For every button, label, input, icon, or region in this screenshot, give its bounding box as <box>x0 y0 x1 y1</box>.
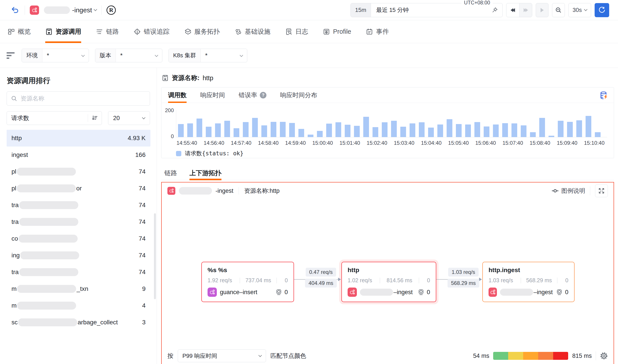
nav-tab-topology[interactable]: 服务拓扑 <box>184 20 220 43</box>
metric-tab[interactable]: 错误率 ? <box>239 88 266 103</box>
bar <box>289 123 295 137</box>
resource-list-item[interactable]: pl 74 <box>7 163 151 180</box>
bar <box>224 121 230 137</box>
query-data-icon[interactable] <box>599 91 608 101</box>
resource-list-item[interactable]: tra 74 <box>7 264 151 281</box>
resource-count: 4.93 K <box>128 135 146 142</box>
by-label: 按 <box>167 352 173 360</box>
x-tick-label: 15:00:40 <box>312 140 333 146</box>
chevron-down-icon <box>142 116 146 119</box>
resource-list-item[interactable]: tra 74 <box>7 213 151 230</box>
metric-tab[interactable]: 响应时间 <box>200 88 225 103</box>
nav-tab-overview[interactable]: 概览 <box>8 20 31 43</box>
resource-name-value: http <box>203 75 213 82</box>
node-metrics: 1.92 req/s 737.04 ms 0 <box>207 277 288 284</box>
resource-list-item[interactable]: http 4.93 K <box>7 130 151 146</box>
filter-bar: 环境 * 版本 * K8s 集群 * <box>0 43 618 68</box>
legend-explain-button[interactable]: 图例说明 <box>552 187 585 195</box>
x-axis-labels: 14:55:4014:56:4014:57:4014:58:4014:59:40… <box>176 139 607 146</box>
guance-logo-icon <box>30 5 39 15</box>
main-nav: 概览 资源调用 链路 错误追踪 服务拓扑 基础设施 日志 Profile 事件 <box>0 20 618 43</box>
app-switcher[interactable]: -ingest <box>44 6 96 14</box>
sort-field-select[interactable]: 请求数 <box>7 111 102 125</box>
gear-icon[interactable] <box>600 352 608 360</box>
node-metrics: 1.03 req/s 568.29 ms 0 <box>489 277 568 284</box>
x-tick-label: 14:55:40 <box>177 140 197 146</box>
metric-tab[interactable]: 响应时间分布 <box>280 88 317 103</box>
trace-icon <box>96 28 103 36</box>
detail-subtabs: 链路上下游拓扑 <box>161 167 614 180</box>
search-input[interactable] <box>21 95 146 102</box>
filter-group[interactable]: 环境 * <box>22 49 89 62</box>
monitor-icon <box>417 289 425 296</box>
node-rate: 1.03 req/s <box>489 277 519 284</box>
bar <box>539 118 545 137</box>
metric-tab[interactable]: 调用数 <box>168 88 187 103</box>
service-logo-icon <box>207 287 217 297</box>
resource-list-item[interactable]: m 4 <box>7 297 151 314</box>
step-forward-button[interactable] <box>519 3 532 17</box>
bar <box>354 126 360 137</box>
sort-descending-icon <box>88 115 102 121</box>
resource-list-item[interactable]: plor 74 <box>7 180 151 197</box>
resource-list-item[interactable]: ingest 166 <box>7 146 151 163</box>
pin-icon[interactable] <box>491 7 498 13</box>
top-bar: -ingest R UTC+08:00 15m 最近 15 分钟 <box>0 0 618 20</box>
bar <box>576 120 582 137</box>
bar <box>447 119 452 137</box>
x-tick-label: 15:06:40 <box>475 140 496 146</box>
redacted-text <box>17 184 76 192</box>
topology-node[interactable]: http.ingest 1.03 req/s 568.29 ms 0 –inge… <box>482 262 575 302</box>
play-button[interactable] <box>536 3 549 17</box>
divider <box>590 186 590 195</box>
nav-tab-trace[interactable]: 链路 <box>96 20 119 43</box>
resource-search[interactable] <box>7 91 150 105</box>
bar <box>178 124 184 137</box>
detail-subtab[interactable]: 链路 <box>164 167 177 180</box>
filter-group[interactable]: K8s 集群 * <box>168 49 247 62</box>
resource-list-item[interactable]: co 74 <box>7 230 151 247</box>
bar <box>511 123 517 137</box>
nav-tab-error-tracking[interactable]: 错误追踪 <box>133 20 169 43</box>
back-button[interactable] <box>10 5 20 15</box>
bar <box>308 135 313 137</box>
topology-header: -ingest 资源名称:http 图例说明 <box>162 182 614 199</box>
resource-header: 资源名称: http <box>162 74 614 82</box>
step-back-button[interactable] <box>506 3 519 17</box>
refresh-interval-select[interactable]: 30s <box>568 3 591 17</box>
color-metric-select[interactable]: P99 响应时间 <box>178 350 266 362</box>
resource-list-item[interactable]: scarbage_collect 3 <box>7 314 151 331</box>
nav-tab-events[interactable]: 事件 <box>366 20 389 43</box>
zoom-out-button[interactable] <box>552 3 565 17</box>
bar <box>530 132 536 137</box>
topology-node[interactable]: http 1.02 req/s 814.56 ms 0 –ingest <box>342 262 436 302</box>
fullscreen-button[interactable] <box>595 184 608 197</box>
refresh-button[interactable] <box>595 3 609 17</box>
node-latency: 737.04 ms <box>242 277 274 284</box>
resource-list-item[interactable]: tra 74 <box>7 197 151 213</box>
redacted-text <box>179 187 212 195</box>
nav-tab-resource[interactable]: 资源调用 <box>45 20 81 43</box>
node-service-name: guance–insert <box>220 289 257 296</box>
filter-group[interactable]: 版本 * <box>95 49 162 62</box>
detail-subtab[interactable]: 上下游拓扑 <box>190 167 221 180</box>
chevron-down-icon <box>155 53 158 57</box>
page-size-select[interactable]: 20 <box>108 111 150 125</box>
resource-count: 74 <box>139 202 146 209</box>
time-range-picker[interactable]: UTC+08:00 15m 最近 15 分钟 <box>350 3 503 17</box>
nav-tab-infrastructure[interactable]: 基础设施 <box>234 20 270 43</box>
sidebar-scrollbar[interactable] <box>154 213 156 299</box>
legend-swatch <box>176 151 181 156</box>
topology-icon <box>184 28 192 36</box>
nav-tab-logs[interactable]: 日志 <box>285 20 308 43</box>
edge-labels: 0.47 req/s 404.49 ms <box>305 268 337 287</box>
nav-tab-profile[interactable]: Profile <box>323 20 351 43</box>
resource-list-item[interactable]: ing 74 <box>7 247 151 264</box>
topology-canvas[interactable]: %s %s 1.92 req/s 737.04 ms 0 guance–inse… <box>162 199 614 346</box>
bar <box>558 121 563 137</box>
resource-list: http 4.93 K ingest 166 pl 74 plor 74 tra… <box>0 130 157 331</box>
resource-list-item[interactable]: m_txn 9 <box>7 281 151 297</box>
chevron-down-icon <box>240 53 243 57</box>
help-icon[interactable]: ? <box>260 92 266 99</box>
topology-node[interactable]: %s %s 1.92 req/s 737.04 ms 0 guance–inse… <box>201 262 294 302</box>
